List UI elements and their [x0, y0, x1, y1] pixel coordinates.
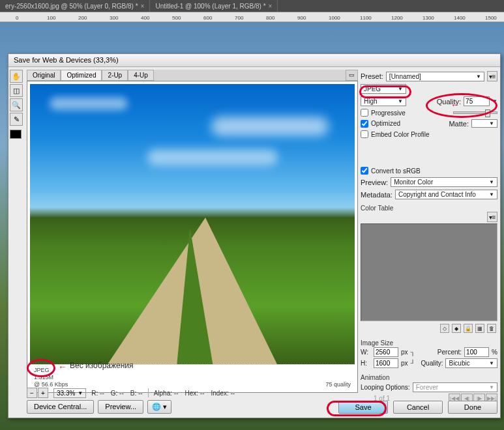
slice-tool-icon[interactable]: ◫ [10, 84, 23, 97]
progressive-checkbox[interactable]: Progressive [361, 109, 406, 117]
height-input[interactable] [374, 358, 398, 368]
tool-column: ✋ ◫ 🔍 ✎ [10, 70, 24, 139]
foreground-color-swatch[interactable] [10, 130, 22, 139]
optimized-checkbox[interactable]: Optimized [361, 120, 400, 128]
preview-frame: JPEG 1.315M @ 56.6 Kbps 75 quality [27, 81, 358, 393]
preset-select[interactable]: [Unnamed]▼ [386, 72, 484, 81]
looping-select[interactable]: Forever▼ [413, 382, 497, 392]
preview-color-select[interactable]: Monitor Color▼ [391, 177, 497, 187]
main-buttons: Save Cancel Done [338, 401, 497, 414]
ct-icon-2[interactable]: ◆ [452, 324, 461, 333]
zoom-in-button[interactable]: + [38, 388, 48, 398]
ruler: 0 100 200 300 400 500 600 700 800 900 10… [0, 12, 504, 22]
speed-label: @ 56.6 Kbps [34, 381, 68, 388]
convert-srgb-checkbox[interactable]: Convert to sRGB [361, 167, 421, 175]
color-table-icons: ◇ ◆ 🔒 ▦ 🗑 [361, 321, 497, 336]
tab-4up[interactable]: 4-Up [128, 70, 154, 81]
percent-input[interactable] [464, 347, 489, 357]
zoom-select[interactable]: 33.3%▼ [53, 388, 86, 398]
app-tab-bar: ery-2560x1600.jpg @ 50% (Layer 0, RGB/8)… [0, 0, 504, 12]
quality-label: 75 quality [325, 381, 351, 388]
dialog-title: Save for Web & Devices (33,3%) [8, 54, 500, 67]
quality-preset-select[interactable]: High▼ [361, 96, 406, 106]
trash-icon[interactable]: 🗑 [487, 324, 496, 333]
image-size-label: Image Size [361, 339, 497, 347]
save-button[interactable]: Save [338, 401, 388, 414]
format-label: JPEG [34, 367, 68, 373]
eyedropper-tool-icon[interactable]: ✎ [10, 113, 23, 126]
preset-menu-icon[interactable]: ▾≡ [487, 71, 497, 81]
color-table[interactable] [361, 223, 497, 321]
image-size-section: Image Size W: px ┐ Percent: % H: px ┘ Qu… [361, 339, 497, 369]
zoom-tool-icon[interactable]: 🔍 [10, 98, 23, 111]
preview-image[interactable] [30, 84, 355, 364]
matte-select[interactable]: ▼ [471, 119, 497, 128]
color-table-label: Color Table [361, 205, 497, 212]
filesize-label: 1.315M [34, 374, 68, 380]
done-button[interactable]: Done [448, 401, 497, 414]
width-input[interactable] [374, 347, 398, 357]
preview-tabs: Original Optimized 2-Up 4-Up ▭ [27, 70, 358, 81]
animation-section: Animation Looping Options: Forever▼ 1 of… [361, 374, 497, 403]
save-for-web-dialog: Save for Web & Devices (33,3%) ✋ ◫ 🔍 ✎ O… [8, 53, 501, 418]
format-select[interactable]: JPEG▼ [361, 84, 406, 94]
app-tab-0[interactable]: ery-2560x1600.jpg @ 50% (Layer 0, RGB/8)… [0, 0, 150, 12]
ct-icon-4[interactable]: ▦ [475, 324, 484, 333]
preview-color-label: Preview: [361, 179, 388, 186]
browser-preview-button[interactable]: 🌐 ▾ [147, 400, 171, 414]
tab-2up[interactable]: 2-Up [102, 70, 128, 81]
matte-label: Matte: [449, 120, 469, 128]
metadata-label: Metadata: [361, 191, 393, 199]
close-icon[interactable]: × [141, 3, 145, 10]
color-table-menu-icon[interactable]: ▾≡ [487, 212, 497, 222]
hand-tool-icon[interactable]: ✋ [10, 70, 23, 83]
zoom-bar: − + 33.3%▼ R: -- G: -- B: -- Alpha: -- H… [27, 388, 358, 398]
annotation-text: Вес изображения [70, 361, 134, 370]
close-icon[interactable]: × [269, 3, 273, 10]
quality-label: Quality: [437, 98, 461, 106]
ct-icon-1[interactable]: ◇ [440, 324, 449, 333]
preview-button[interactable]: Preview... [98, 400, 143, 414]
resample-quality-select[interactable]: Bicubic▼ [445, 358, 497, 368]
preview-area: Original Optimized 2-Up 4-Up ▭ JPEG 1.31… [27, 70, 358, 393]
cancel-button[interactable]: Cancel [393, 401, 443, 414]
app-tab-1[interactable]: Untitled-1 @ 100% (Layer 1, RGB/8) *× [150, 0, 278, 12]
quality-slider[interactable] [453, 111, 497, 114]
ct-icon-3[interactable]: 🔒 [464, 324, 473, 333]
preset-label: Preset: [361, 72, 383, 80]
embed-profile-checkbox[interactable]: Embed Color Profile [361, 130, 429, 138]
metadata-select[interactable]: Copyright and Contact Info▼ [395, 190, 497, 199]
device-central-button[interactable]: Device Central... [27, 400, 94, 414]
tab-original[interactable]: Original [27, 70, 61, 81]
expand-icon[interactable]: ▭ [346, 70, 358, 81]
quality-dropdown-icon[interactable]: ▼ [492, 98, 497, 104]
animation-label: Animation [361, 374, 497, 381]
quality-input[interactable] [464, 96, 490, 106]
right-panel: Preset: [Unnamed]▼ ▾≡ JPEG▼ High▼ Qualit… [361, 70, 497, 403]
zoom-out-button[interactable]: − [27, 388, 37, 398]
tab-optimized[interactable]: Optimized [61, 70, 102, 81]
bottom-left-buttons: Device Central... Preview... 🌐 ▾ [27, 400, 171, 414]
